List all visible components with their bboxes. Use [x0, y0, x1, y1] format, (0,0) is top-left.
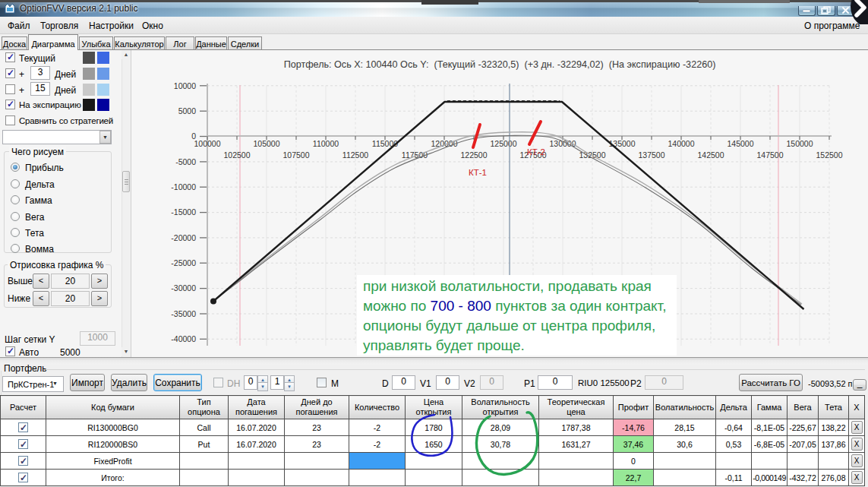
svg-text:150000: 150000	[786, 139, 813, 148]
svg-text:-25000: -25000	[171, 258, 196, 267]
svg-text:-10000: -10000	[171, 182, 196, 191]
svg-text:105000: 105000	[253, 139, 279, 148]
svg-text:-20000: -20000	[171, 233, 196, 242]
svg-text:-35000: -35000	[171, 309, 196, 318]
svg-text:122500: 122500	[460, 150, 487, 160]
svg-text:КТ-1: КТ-1	[469, 168, 487, 177]
svg-text:145000: 145000	[727, 139, 753, 148]
svg-text:-30000: -30000	[171, 283, 196, 293]
svg-text:5000: 5000	[178, 106, 197, 115]
svg-text:137500: 137500	[638, 150, 664, 160]
svg-text:152500: 152500	[816, 150, 842, 160]
svg-text:КТ-2: КТ-2	[527, 147, 545, 157]
svg-text:125000: 125000	[490, 139, 516, 148]
svg-text:Портфель: Ось X: 100440 Ось Y:: Портфель: Ось X: 100440 Ось Y: (Текущий …	[284, 59, 716, 70]
svg-text:142500: 142500	[697, 150, 724, 160]
svg-text:135000: 135000	[608, 139, 635, 148]
svg-text:147500: 147500	[756, 150, 783, 160]
svg-text:-40000: -40000	[171, 334, 196, 343]
svg-text:117500: 117500	[402, 150, 428, 160]
svg-text:102500: 102500	[223, 150, 250, 160]
svg-text:140000: 140000	[668, 139, 694, 148]
svg-text:100000: 100000	[194, 139, 220, 148]
svg-text:10000: 10000	[174, 81, 196, 90]
svg-text:-5000: -5000	[175, 157, 196, 166]
svg-text:112500: 112500	[342, 150, 368, 160]
svg-text:120000: 120000	[431, 139, 457, 148]
svg-text:110000: 110000	[313, 139, 339, 148]
svg-text:-15000: -15000	[171, 207, 196, 217]
svg-text:107500: 107500	[282, 150, 309, 160]
svg-text:115000: 115000	[372, 139, 398, 148]
